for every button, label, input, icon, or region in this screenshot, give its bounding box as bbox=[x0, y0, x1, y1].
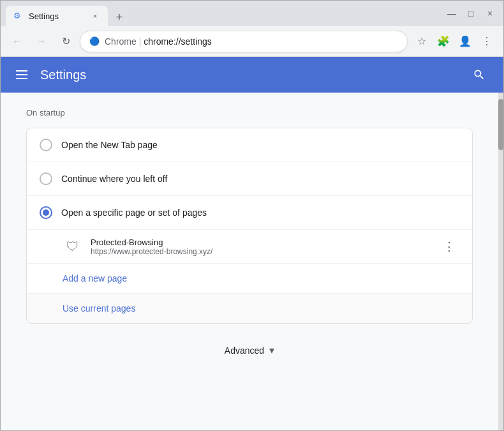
address-url: chrome://settings bbox=[144, 36, 212, 47]
scrollbar-track[interactable] bbox=[498, 93, 503, 430]
maximize-button[interactable]: □ bbox=[463, 5, 479, 22]
active-tab[interactable]: ⚙ Settings × bbox=[6, 6, 108, 26]
tab-close-button[interactable]: × bbox=[90, 11, 100, 21]
site-name: Chrome bbox=[105, 36, 137, 47]
page-menu-button[interactable]: ⋮ bbox=[439, 236, 459, 257]
hamburger-line-3 bbox=[16, 78, 27, 79]
tab-title: Settings bbox=[29, 11, 85, 21]
content-inner: On startup Open the New Tab page Continu… bbox=[26, 108, 473, 356]
on-startup-section-title: On startup bbox=[26, 108, 473, 117]
hamburger-menu-button[interactable] bbox=[13, 68, 30, 82]
use-current-pages-row[interactable]: Use current pages bbox=[27, 294, 472, 323]
settings-search-button[interactable] bbox=[468, 63, 491, 86]
bookmark-button[interactable]: ☆ bbox=[411, 31, 432, 52]
scrollbar-thumb[interactable] bbox=[498, 99, 503, 150]
page-name: Protected-Browsing bbox=[91, 238, 439, 247]
advanced-label: Advanced bbox=[225, 345, 264, 356]
minimize-button[interactable]: — bbox=[443, 5, 460, 22]
navigation-bar: ← → ↻ 🔵 Chrome | chrome://settings ☆ 🧩 👤… bbox=[1, 26, 503, 57]
address-bar[interactable]: 🔵 Chrome | chrome://settings bbox=[80, 31, 408, 52]
back-button[interactable]: ← bbox=[7, 31, 27, 52]
startup-options-card: Open the New Tab page Continue where you… bbox=[26, 128, 473, 324]
radio-circle-new-tab bbox=[40, 139, 52, 151]
hamburger-line-2 bbox=[16, 74, 27, 75]
settings-header-left: Settings bbox=[13, 68, 86, 82]
browser-window: ⚙ Settings × + — □ × ← → ↻ 🔵 Chrome | ch… bbox=[0, 0, 504, 431]
use-current-pages-link[interactable]: Use current pages bbox=[63, 303, 135, 314]
hamburger-line-1 bbox=[16, 70, 27, 72]
window-close-button[interactable]: × bbox=[482, 5, 498, 22]
tab-favicon: ⚙ bbox=[13, 11, 24, 21]
radio-circle-specific bbox=[40, 206, 52, 219]
radio-circle-continue bbox=[40, 172, 52, 185]
add-new-page-link[interactable]: Add a new page bbox=[63, 273, 127, 284]
page-url: https://www.protected-browsing.xyz/ bbox=[91, 247, 439, 256]
radio-label-specific: Open a specific page or set of pages bbox=[61, 208, 207, 218]
forward-button[interactable]: → bbox=[31, 31, 52, 52]
nav-actions: ☆ 🧩 👤 ⋮ bbox=[411, 31, 497, 52]
settings-content: PC On startup Open the New Tab page Cont… bbox=[1, 93, 503, 430]
profile-button[interactable]: 👤 bbox=[455, 31, 475, 52]
address-favicon: 🔵 bbox=[89, 36, 100, 47]
settings-page-title: Settings bbox=[40, 68, 86, 82]
startup-page-entry: 🛡 Protected-Browsing https://www.protect… bbox=[27, 230, 472, 264]
radio-label-continue: Continue where you left off bbox=[61, 174, 167, 184]
reload-button[interactable]: ↻ bbox=[56, 31, 76, 52]
title-bar: ⚙ Settings × + — □ × bbox=[1, 1, 503, 26]
window-controls: — □ × bbox=[443, 5, 498, 22]
radio-option-specific[interactable]: Open a specific page or set of pages bbox=[27, 196, 472, 230]
radio-option-new-tab[interactable]: Open the New Tab page bbox=[27, 128, 472, 162]
add-new-page-row[interactable]: Add a new page bbox=[27, 264, 472, 294]
new-tab-button[interactable]: + bbox=[110, 8, 128, 26]
radio-option-continue[interactable]: Continue where you left off bbox=[27, 162, 472, 196]
settings-area: Settings PC On startup bbox=[1, 57, 503, 430]
page-favicon-icon: 🛡 bbox=[66, 239, 79, 254]
chevron-down-icon: ▾ bbox=[269, 344, 274, 356]
settings-main: PC On startup Open the New Tab page Cont… bbox=[1, 93, 498, 430]
tab-area: ⚙ Settings × + bbox=[6, 1, 441, 26]
radio-label-new-tab: Open the New Tab page bbox=[61, 140, 158, 150]
page-favicon-container: 🛡 bbox=[63, 236, 83, 257]
settings-header: Settings bbox=[1, 57, 503, 93]
extensions-button[interactable]: 🧩 bbox=[433, 31, 454, 52]
search-icon bbox=[473, 68, 485, 81]
address-text: Chrome | chrome://settings bbox=[105, 36, 398, 47]
page-info: Protected-Browsing https://www.protected… bbox=[91, 238, 439, 256]
chrome-menu-button[interactable]: ⋮ bbox=[477, 31, 497, 52]
advanced-section[interactable]: Advanced ▾ bbox=[26, 344, 473, 356]
